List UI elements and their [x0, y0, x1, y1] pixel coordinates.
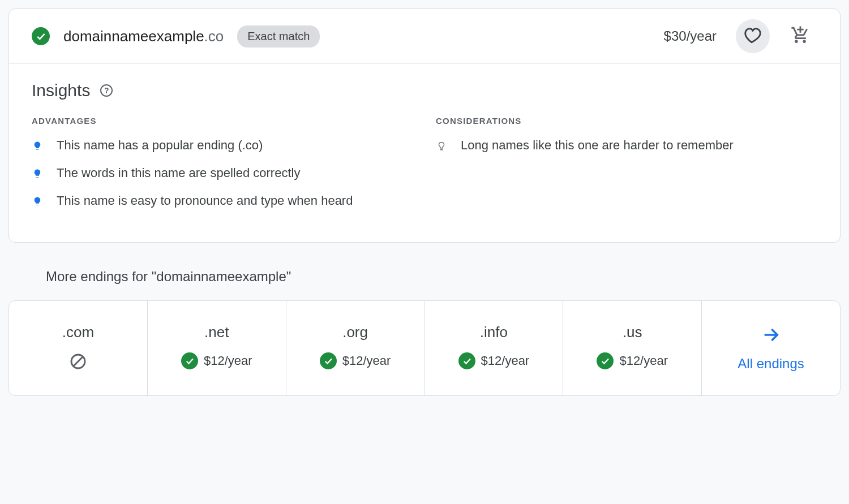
all-endings-label: All endings [737, 356, 804, 372]
ending-option-us[interactable]: .us $12/year [563, 301, 702, 395]
advantage-item: This name is easy to pronounce and type … [32, 192, 413, 210]
available-check-icon [320, 352, 337, 369]
domain-base-text: domainnameexample [63, 28, 204, 45]
help-icon[interactable]: ? [100, 84, 113, 97]
advantage-text: This name has a popular ending (.co) [57, 137, 263, 154]
domain-tld-text: .co [204, 28, 224, 45]
ending-price: $12/year [619, 354, 668, 368]
lightbulb-icon [32, 137, 43, 153]
ending-price: $12/year [342, 354, 391, 368]
advantages-heading: ADVANTAGES [32, 116, 413, 126]
ending-option-org[interactable]: .org $12/year [286, 301, 425, 395]
svg-line-1 [74, 357, 83, 366]
domain-result-card: domainnameexample.co Exact match $30/yea… [8, 8, 841, 243]
lightbulb-icon [32, 165, 43, 180]
lightbulb-icon [32, 192, 43, 208]
available-check-icon [32, 27, 50, 45]
ending-option-info[interactable]: .info $12/year [424, 301, 563, 395]
arrow-right-icon [761, 325, 781, 347]
advantage-text: This name is easy to pronounce and type … [57, 192, 353, 210]
ending-tld: .org [342, 324, 368, 341]
add-to-cart-button[interactable] [783, 19, 817, 53]
insights-title: Insights [32, 81, 90, 100]
domain-header: domainnameexample.co Exact match $30/yea… [9, 9, 840, 64]
favorite-button[interactable] [736, 19, 770, 53]
exact-match-badge: Exact match [237, 25, 320, 48]
lightbulb-outline-icon [436, 137, 447, 153]
heart-icon [743, 25, 762, 47]
ending-tld: .net [204, 324, 229, 341]
ending-option-net[interactable]: .net $12/year [148, 301, 286, 395]
domain-price: $30/year [664, 28, 717, 44]
unavailable-icon [69, 352, 87, 373]
domain-name: domainnameexample.co [63, 28, 224, 45]
considerations-column: CONSIDERATIONS Long names like this one … [436, 116, 817, 219]
consideration-text: Long names like this one are harder to r… [461, 137, 734, 154]
advantage-item: This name has a popular ending (.co) [32, 137, 413, 154]
ending-option-com[interactable]: .com [9, 301, 148, 395]
considerations-heading: CONSIDERATIONS [436, 116, 817, 126]
more-endings-heading: More endings for "domainnameexample" [46, 269, 841, 285]
ending-tld: .us [623, 324, 642, 341]
all-endings-button[interactable]: All endings [702, 301, 840, 395]
available-check-icon [597, 352, 614, 369]
consideration-item: Long names like this one are harder to r… [436, 137, 817, 154]
advantages-column: ADVANTAGES This name has a popular endin… [32, 116, 413, 219]
insights-section: Insights ? ADVANTAGES This name has a po… [9, 64, 840, 242]
cart-plus-icon [791, 25, 810, 47]
available-check-icon [458, 352, 475, 369]
ending-tld: .com [62, 324, 94, 341]
ending-price: $12/year [204, 354, 252, 368]
advantage-item: The words in this name are spelled corre… [32, 165, 413, 182]
available-check-icon [181, 352, 198, 369]
ending-price: $12/year [481, 354, 530, 368]
advantage-text: The words in this name are spelled corre… [57, 165, 300, 182]
ending-tld: .info [480, 324, 508, 341]
endings-list: .com .net $12/year .org $12/year .info $… [8, 300, 841, 396]
